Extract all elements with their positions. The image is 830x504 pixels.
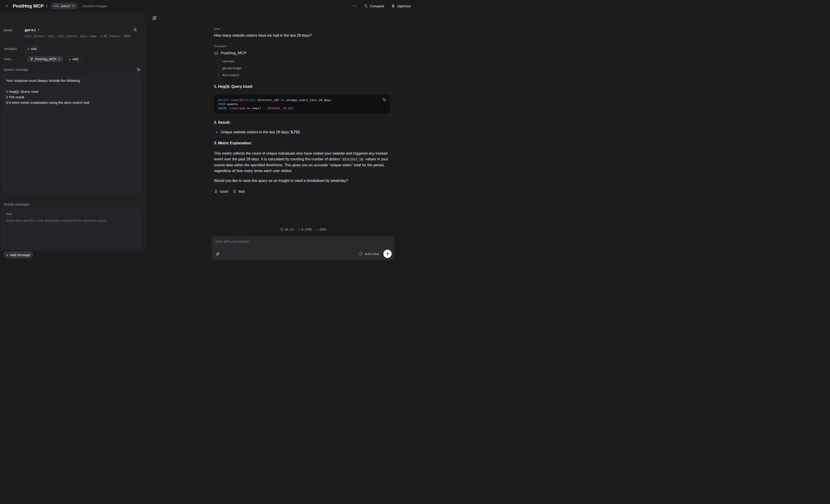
compare-button[interactable]: Compare (364, 4, 384, 8)
topbar-actions: Compare Optimize (352, 4, 411, 8)
model-settings-button[interactable] (133, 28, 137, 32)
attach-file-button[interactable] (215, 251, 220, 252)
plus-icon: + (27, 47, 29, 51)
new-chat-button[interactable] (152, 16, 157, 21)
user-role-label: User (214, 27, 390, 31)
compare-label: Compare (370, 4, 384, 8)
mcp-server-row[interactable]: PostHog_MCP (214, 51, 390, 56)
tool-call-item[interactable]: docs-search (218, 72, 390, 78)
sliders-icon (133, 28, 137, 32)
compare-icon (364, 4, 368, 8)
good-label: Good (220, 190, 228, 193)
duration-value: 54.2s (285, 228, 293, 231)
model-value: gpt-4.1 (25, 28, 36, 32)
system-message-label: System message (4, 68, 28, 71)
sql-code-block: SELECT count(distinct distinct_id) AS un… (214, 95, 390, 114)
duration-stat: 54.2s (280, 228, 293, 231)
pen-icon (136, 68, 140, 71)
chat-input-container: Auto-clear (212, 236, 394, 252)
query-heading: 1. HogQL Query Used: (214, 85, 390, 89)
model-params[interactable]: text.format: text tool_choice: auto temp… (25, 34, 130, 38)
chat-thread: User How many website visitors have we h… (214, 12, 390, 193)
ellipsis-icon (352, 4, 357, 8)
top-bar: PostHog MCP v 4 · default Unsaved change… (0, 0, 415, 12)
lightning-icon (391, 4, 395, 8)
add-tool-label: Add (72, 57, 78, 61)
tokens-in-value: 4,278t (301, 228, 312, 231)
system-message-text[interactable]: Your response must always include the fo… (6, 78, 138, 105)
add-variable-label: Add (31, 47, 37, 51)
mcp-icon (30, 58, 33, 61)
thumbs-down-icon (233, 190, 237, 193)
tool-call-item[interactable]: get-sql-insight (218, 66, 390, 71)
tools-label: Tools (4, 57, 25, 61)
system-message-header: System message (4, 67, 141, 72)
run-stats: 54.2s ↑ 4,278t ↓ 236t (212, 228, 395, 231)
result-value: 5,721 (291, 130, 300, 134)
chevron-updown-icon (45, 4, 49, 8)
bad-button[interactable]: Bad (233, 190, 245, 193)
tokens-in-stat: ↑ 4,278t (298, 228, 312, 231)
edit-system-message-button[interactable] (136, 67, 141, 72)
explanation-paragraph: This metric reflects the count of unique… (214, 150, 390, 174)
user-message: How many website visitors have we had in… (214, 33, 390, 38)
send-button[interactable] (383, 250, 392, 252)
tools-row: Tools PostHog_MCP ✕ + Add (4, 56, 82, 62)
inline-code: distinct_id (341, 157, 364, 161)
tool-call-list: List toolsget-sql-insightdocs-search (218, 59, 390, 78)
prompt-config-panel: Model gpt-4.1 text.format: text tool_cho… (0, 12, 146, 252)
bullet-icon (216, 132, 218, 133)
add-tool-button[interactable]: + Add (66, 56, 82, 62)
feedback-row: Good Bad (214, 190, 390, 193)
chevron-left-icon (5, 4, 9, 8)
chat-input-toolbar: Auto-clear (215, 250, 392, 252)
chat-panel: User How many website visitors have we h… (146, 12, 415, 252)
compose-icon (152, 16, 157, 21)
system-message-box[interactable]: Your response must always include the fo… (2, 74, 142, 193)
result-heading: 2. Result: (214, 121, 390, 125)
model-selector[interactable]: gpt-4.1 (25, 28, 40, 32)
variables-label: Variables (4, 47, 25, 51)
assistant-role-label: Assistant (214, 44, 390, 48)
model-row: Model gpt-4.1 (4, 28, 40, 32)
unsaved-changes-status: Unsaved changes (82, 4, 107, 8)
optimize-label: Optimize (397, 4, 411, 8)
tool-chip-label: PostHog_MCP (35, 57, 56, 61)
add-variable-button[interactable]: + Add (25, 45, 40, 52)
cloud-icon (214, 51, 218, 56)
model-label: Model (4, 28, 25, 32)
tokens-out-stat: ↓ 236t (316, 228, 326, 231)
version-label: v 4 · default (54, 4, 70, 8)
chevron-updown-icon (37, 28, 40, 32)
add-message-button[interactable]: + Add message (4, 251, 33, 252)
arrow-down-icon: ↓ (316, 228, 318, 231)
good-button[interactable]: Good (214, 190, 228, 193)
plus-icon: + (69, 58, 71, 61)
prompt-message-card: User (2, 209, 142, 250)
page-title: PostHog MCP (13, 3, 43, 9)
mcp-server-name: PostHog_MCP (221, 51, 246, 56)
tool-chip-posthog-mcp[interactable]: PostHog_MCP ✕ (27, 56, 63, 62)
followup-question: Would you like to save this query as an … (214, 178, 390, 183)
prompt-role-label[interactable]: User (6, 212, 138, 215)
bad-label: Bad (238, 190, 245, 193)
chevron-updown-icon (72, 4, 74, 7)
version-selector[interactable]: v 4 · default (51, 3, 77, 9)
more-menu-button[interactable] (352, 4, 357, 8)
arrow-up-icon: ↑ (298, 228, 300, 231)
explanation-heading: 3. Metric Explanation: (214, 141, 390, 145)
copy-code-button[interactable] (382, 97, 387, 102)
tokens-out-value: 236t (319, 228, 326, 231)
result-bullet: Unique website visitors in the last 28 d… (214, 130, 390, 134)
tool-call-item[interactable]: List tools (218, 59, 390, 64)
result-text: Unique website visitors in the last 28 d… (221, 130, 291, 134)
prompt-message-input[interactable] (6, 219, 138, 246)
thumbs-up-icon (214, 190, 218, 193)
title-select-caret[interactable] (45, 4, 49, 8)
sql-code: SELECT count(distinct distinct_id) AS un… (218, 98, 386, 110)
back-button[interactable] (4, 3, 10, 9)
copy-icon (382, 98, 386, 102)
chat-input[interactable] (215, 239, 391, 250)
optimize-button[interactable]: Optimize (391, 4, 411, 8)
remove-tool-icon[interactable]: ✕ (58, 58, 61, 61)
